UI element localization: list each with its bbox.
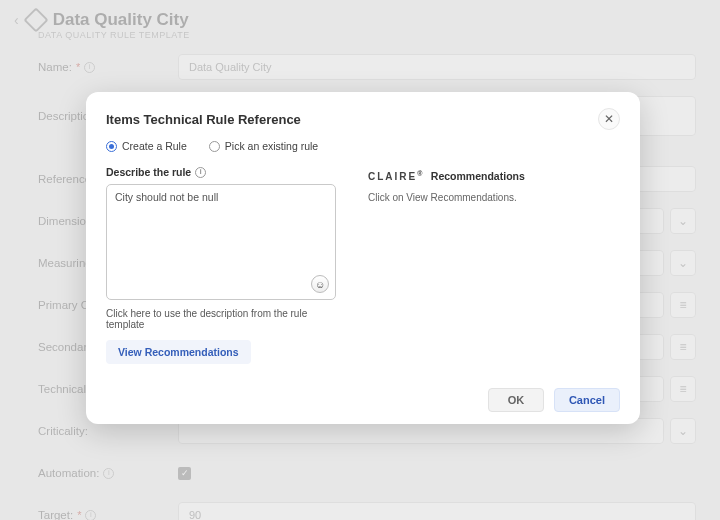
modal-title: Items Technical Rule Reference: [106, 112, 301, 127]
radio-label: Create a Rule: [122, 140, 187, 152]
recommendations-title: Recommendations: [431, 170, 525, 182]
recommendations-header: CLAIRE® Recommendations: [368, 166, 620, 184]
technical-rule-modal: Items Technical Rule Reference ✕ Create …: [86, 92, 640, 424]
radio-icon: [106, 141, 117, 152]
describe-rule-input[interactable]: City should not be null ☺: [106, 184, 336, 300]
ok-button[interactable]: OK: [488, 388, 544, 412]
view-recommendations-button[interactable]: View Recommendations: [106, 340, 251, 364]
cancel-button[interactable]: Cancel: [554, 388, 620, 412]
radio-pick-existing[interactable]: Pick an existing rule: [209, 140, 318, 152]
claire-brand-label: CLAIRE®: [368, 171, 422, 182]
describe-rule-value: City should not be null: [115, 191, 218, 203]
radio-create-rule[interactable]: Create a Rule: [106, 140, 187, 152]
radio-icon: [209, 141, 220, 152]
info-icon[interactable]: i: [195, 167, 206, 178]
close-icon[interactable]: ✕: [598, 108, 620, 130]
claire-assistant-icon[interactable]: ☺: [311, 275, 329, 293]
radio-label: Pick an existing rule: [225, 140, 318, 152]
use-template-description-link[interactable]: Click here to use the description from t…: [106, 308, 338, 330]
describe-rule-label: Describe the rulei: [106, 166, 338, 178]
recommendations-hint: Click on View Recommendations.: [368, 192, 620, 203]
